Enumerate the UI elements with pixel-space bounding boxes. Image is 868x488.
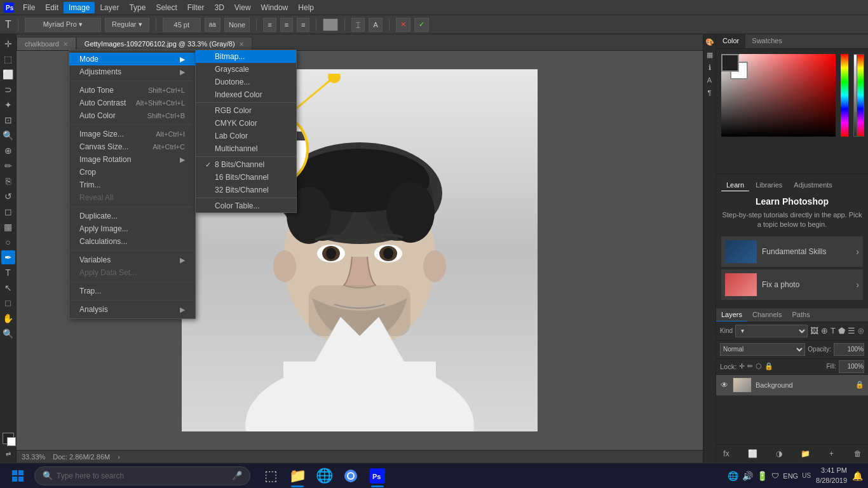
- layer-vector-icon[interactable]: ⬟: [838, 326, 845, 336]
- tab-adjustments[interactable]: Adjustments: [789, 179, 837, 191]
- mode-32bit[interactable]: 32 Bits/Channel: [196, 184, 296, 196]
- mode-grayscale[interactable]: Grayscale: [196, 63, 296, 76]
- speaker-icon[interactable]: 🔊: [742, 471, 753, 481]
- menu-view[interactable]: View: [229, 2, 256, 13]
- mode-multichannel[interactable]: Multichannel: [196, 142, 296, 155]
- menu-edit[interactable]: Edit: [40, 2, 64, 13]
- tab-learn[interactable]: Learn: [721, 179, 749, 191]
- path-select-tool[interactable]: ↖: [1, 281, 15, 295]
- character-panel-btn[interactable]: A: [369, 18, 382, 32]
- layer-kind-select[interactable]: ▾: [735, 325, 808, 337]
- font-family-select[interactable]: Myriad Pro ▾: [25, 18, 101, 32]
- menu-select[interactable]: Select: [151, 2, 182, 13]
- layer-mask-btn[interactable]: ⬜: [746, 447, 759, 460]
- hue-bar[interactable]: [841, 54, 848, 137]
- start-button[interactable]: [5, 463, 31, 489]
- taskbar-chrome[interactable]: [338, 463, 363, 489]
- notification-btn[interactable]: 🔔: [852, 471, 863, 481]
- menu-auto-tone[interactable]: Auto Tone Shift+Ctrl+L: [69, 84, 195, 97]
- shield-icon[interactable]: 🛡: [771, 471, 779, 480]
- cancel-btn[interactable]: ✕: [396, 18, 410, 32]
- font-style-select[interactable]: Regular ▾: [105, 18, 149, 32]
- brush-tool[interactable]: ✏: [1, 159, 15, 173]
- layer-adjust-icon[interactable]: ⊕: [821, 326, 828, 336]
- layer-smart-icon[interactable]: ☰: [848, 326, 855, 336]
- font-size-input[interactable]: 45 pt: [163, 18, 201, 32]
- char-panel-icon[interactable]: A: [705, 75, 715, 85]
- lock-draw-icon[interactable]: ✏: [747, 362, 753, 370]
- crop-tool[interactable]: ⊡: [1, 113, 15, 127]
- quick-select-tool[interactable]: ✦: [1, 98, 15, 112]
- tab-paths[interactable]: Paths: [787, 308, 815, 322]
- text-color-swatch[interactable]: [323, 18, 338, 31]
- type-tool[interactable]: T: [1, 266, 15, 280]
- layer-fx-btn[interactable]: fx: [720, 447, 733, 460]
- history-brush-tool[interactable]: ↺: [1, 189, 15, 203]
- layer-group-btn[interactable]: 📁: [799, 447, 811, 460]
- tab-swatches[interactable]: Swatches: [745, 34, 789, 48]
- tab-color[interactable]: Color: [716, 34, 745, 48]
- layer-delete-btn[interactable]: 🗑: [851, 447, 864, 460]
- anti-alias-select[interactable]: None: [224, 18, 250, 32]
- zoom-tool[interactable]: 🔍: [1, 327, 15, 341]
- mode-indexed-color[interactable]: Indexed Color: [196, 88, 296, 101]
- tab-close-chalkboard[interactable]: ✕: [63, 41, 68, 48]
- menu-trap[interactable]: Trap...: [69, 285, 195, 297]
- menu-trim[interactable]: Trim...: [69, 179, 195, 191]
- eraser-tool[interactable]: ◻: [1, 205, 15, 219]
- mode-color-table[interactable]: Color Table...: [196, 200, 296, 212]
- learn-card-fix-photo[interactable]: Fix a photo ›: [721, 269, 863, 300]
- foreground-color-swatch[interactable]: [3, 433, 14, 444]
- menu-layer[interactable]: Layer: [95, 2, 124, 13]
- warp-text-btn[interactable]: ⌶: [351, 18, 365, 32]
- taskbar-photoshop[interactable]: Ps: [365, 463, 390, 489]
- heal-tool[interactable]: ⊕: [1, 144, 15, 158]
- battery-icon[interactable]: 🔋: [757, 471, 768, 481]
- dodge-tool[interactable]: ○: [1, 235, 15, 249]
- tab-gettyimages[interactable]: GettyImages-1092706102.jpg @ 33.3% (Gray…: [76, 37, 252, 50]
- mode-rgb[interactable]: RGB Color: [196, 104, 296, 117]
- tab-close-gettyimages[interactable]: ✕: [239, 41, 244, 48]
- align-right-btn[interactable]: ≡: [297, 18, 309, 32]
- align-left-btn[interactable]: ≡: [263, 18, 276, 32]
- aa-button[interactable]: aa: [205, 18, 220, 32]
- tab-channels[interactable]: Channels: [747, 308, 787, 322]
- marquee-tool[interactable]: ⬜: [1, 67, 15, 81]
- network-icon[interactable]: 🌐: [728, 471, 738, 481]
- para-panel-icon[interactable]: ¶: [705, 88, 715, 98]
- menu-window[interactable]: Window: [256, 2, 294, 13]
- mode-duotone[interactable]: Duotone...: [196, 76, 296, 88]
- color-picker-icon[interactable]: 🎨: [705, 37, 715, 47]
- taskbar-task-view[interactable]: ⬚: [258, 463, 283, 489]
- swatches-icon[interactable]: ▦: [705, 50, 715, 60]
- tab-chalkboard[interactable]: chalkboard ✕: [17, 37, 76, 50]
- mode-8bit[interactable]: ✓ 8 Bits/Channel: [196, 158, 296, 171]
- clock-display[interactable]: 3:41 PM 8/28/2019: [816, 466, 847, 485]
- menu-duplicate[interactable]: Duplicate...: [69, 210, 195, 222]
- menu-image[interactable]: Image: [64, 2, 95, 13]
- lock-pixel-icon[interactable]: ⬡: [756, 362, 762, 370]
- layer-visibility-icon[interactable]: 👁: [720, 381, 729, 390]
- mode-cmyk[interactable]: CMYK Color: [196, 117, 296, 130]
- menu-3d[interactable]: 3D: [209, 2, 229, 13]
- hand-tool[interactable]: ✋: [1, 311, 15, 325]
- eyedropper-tool[interactable]: 🔍: [1, 128, 15, 142]
- layer-filter-toggle[interactable]: ◎: [858, 327, 864, 335]
- menu-crop[interactable]: Crop: [69, 166, 195, 179]
- menu-type[interactable]: Type: [124, 2, 151, 13]
- layer-filter-icon[interactable]: 🖼: [810, 326, 818, 336]
- commit-btn[interactable]: ✓: [414, 18, 429, 32]
- artboard-tool[interactable]: ⬚: [1, 52, 15, 66]
- shape-tool[interactable]: □: [1, 296, 15, 310]
- menu-variables[interactable]: Variables ▶: [69, 254, 195, 266]
- status-arrow[interactable]: ›: [118, 453, 120, 461]
- menu-filter[interactable]: Filter: [182, 2, 210, 13]
- learn-card-fundamental[interactable]: Fundamental Skills ›: [721, 236, 863, 267]
- menu-adjustments[interactable]: Adjustments ▶: [69, 65, 195, 78]
- foreground-swatch[interactable]: [721, 54, 739, 72]
- menu-file[interactable]: File: [18, 2, 40, 13]
- pen-tool[interactable]: ✒: [1, 250, 15, 264]
- menu-apply-image[interactable]: Apply Image...: [69, 222, 195, 235]
- lock-position-icon[interactable]: ✛: [739, 362, 745, 370]
- layer-item-background[interactable]: 👁 Background 🔒: [716, 375, 868, 396]
